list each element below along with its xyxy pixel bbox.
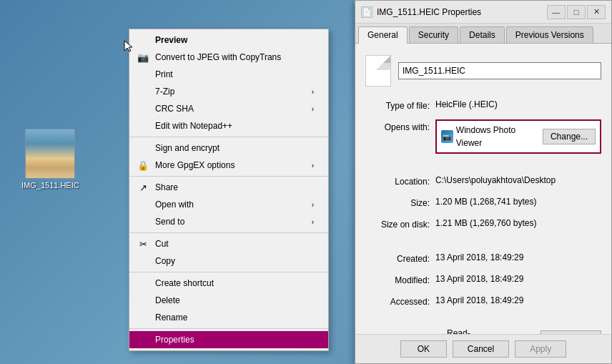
properties-content: Type of file: HeicFile (.HEIC) Opens wit… [355,44,611,334]
convert-icon: 📷 [137,51,149,64]
ctx-cut[interactable]: ✂ Cut [129,235,328,252]
created-value: 13 April 2018, 18:49:29 [435,251,601,264]
tab-previous-versions[interactable]: Previous Versions [506,26,593,43]
size-on-disk-label: Size on disk: [365,217,430,231]
size-value: 1.20 MB (1,268,741 bytes) [435,195,601,208]
share-icon: ↗ [137,181,149,194]
minimize-button[interactable]: — [547,5,566,19]
ctx-create-shortcut[interactable]: Create shortcut [129,275,328,292]
ctx-preview[interactable]: Preview [129,31,328,49]
location-value: C:\Users\poluyakhtova\Desktop [435,174,601,187]
size-row: Size: 1.20 MB (1,268,741 bytes) [365,195,601,210]
attributes-row: Attributes: Read-only Hidden Advanced... [365,328,601,334]
separator [129,176,328,177]
file-icon-label: IMG_1511.HEIC [21,181,79,190]
created-label: Created: [365,251,430,265]
window-icon: 📄 [361,6,372,18]
ctx-copy[interactable]: Copy [129,252,328,270]
maximize-button[interactable]: □ [567,5,586,19]
photo-viewer-icon: 📷 [441,130,453,143]
window-controls: — □ ✕ [547,5,606,19]
desktop: IMG_1511.HEIC Preview 📷 Convert to JPEG … [0,0,612,364]
filename-input[interactable] [398,62,601,79]
readonly-checkbox-label[interactable]: Read-only [435,328,483,334]
separator [129,272,328,272]
opens-with-label: Opens with: [365,119,430,134]
arrow-icon: › [312,218,314,226]
ctx-properties[interactable]: Properties [129,331,328,348]
tab-security[interactable]: Security [409,26,458,43]
ctx-rename[interactable]: Rename [129,309,328,326]
lock-icon: 🔒 [137,159,149,172]
close-button[interactable]: ✕ [587,5,606,19]
opens-with-inner: 📷 Windows Photo Viewer [441,124,538,149]
size-on-disk-row: Size on disk: 1.21 MB (1,269,760 bytes) [365,217,601,231]
tab-general[interactable]: General [358,26,408,44]
type-of-file-row: Type of file: HeicFile (.HEIC) [365,98,601,112]
size-on-disk-value: 1.21 MB (1,269,760 bytes) [435,217,601,230]
svg-marker-0 [124,41,132,51]
properties-window: 📄 IMG_1511.HEIC Properties — □ ✕ General… [355,0,612,364]
change-button[interactable]: Change... [543,129,596,144]
context-menu: Preview 📷 Convert to JPEG with CopyTrans… [129,29,329,351]
opens-with-row: Opens with: 📷 Windows Photo Viewer Chang… [365,119,601,154]
location-label: Location: [365,174,430,188]
readonly-label: Read-only [447,328,483,334]
type-label: Type of file: [365,98,430,112]
ok-button[interactable]: OK [400,340,447,358]
ctx-open-with[interactable]: Open with › [129,196,328,213]
accessed-row: Accessed: 13 April 2018, 18:49:29 [365,294,601,308]
file-icon[interactable]: IMG_1511.HEIC [21,129,79,190]
arrow-icon: › [312,162,314,169]
arrow-icon: › [312,201,314,209]
ctx-crc[interactable]: CRC SHA › [129,100,328,117]
location-row: Location: C:\Users\poluyakhtova\Desktop [365,174,601,188]
ctx-gpgex[interactable]: 🔒 More GpgEX options › [129,157,328,174]
arrow-icon: › [312,88,314,96]
arrow-icon: › [312,105,314,113]
modified-row: Modified: 13 April 2018, 18:49:29 [365,272,601,287]
cut-icon: ✂ [137,237,149,250]
ctx-7zip[interactable]: 7-Zip › [129,83,328,100]
ctx-print[interactable]: Print [129,66,328,83]
tab-bar: General Security Details Previous Versio… [355,24,611,44]
ctx-sign[interactable]: Sign and encrypt [129,139,328,157]
window-title: IMG_1511.HEIC Properties [377,7,547,17]
modified-label: Modified: [365,272,430,287]
filename-area [365,55,601,87]
created-row: Created: 13 April 2018, 18:49:29 [365,251,601,265]
separator [129,137,328,137]
modified-value: 13 April 2018, 18:49:29 [435,272,601,285]
ctx-delete[interactable]: Delete [129,292,328,309]
ctx-send-to[interactable]: Send to › [129,213,328,230]
opens-with-value: Windows Photo Viewer [456,124,538,149]
opens-with-box: 📷 Windows Photo Viewer Change... [435,119,601,154]
cancel-button[interactable]: Cancel [453,340,509,358]
file-thumbnail [25,129,75,179]
ctx-notepad[interactable]: Edit with Notepad++ [129,117,328,134]
separator [129,232,328,233]
type-value: HeicFile (.HEIC) [435,98,601,111]
accessed-value: 13 April 2018, 18:49:29 [435,294,601,307]
title-bar: 📄 IMG_1511.HEIC Properties — □ ✕ [355,1,611,24]
tab-details[interactable]: Details [460,26,505,43]
file-type-icon [365,55,391,87]
ctx-share[interactable]: ↗ Share [129,179,328,196]
accessed-label: Accessed: [365,294,430,308]
cursor [123,39,133,49]
footer: OK Cancel Apply [355,334,611,363]
apply-button[interactable]: Apply [515,340,566,358]
ctx-convert[interactable]: 📷 Convert to JPEG with CopyTrans [129,49,328,66]
separator [129,328,328,329]
size-label: Size: [365,195,430,210]
